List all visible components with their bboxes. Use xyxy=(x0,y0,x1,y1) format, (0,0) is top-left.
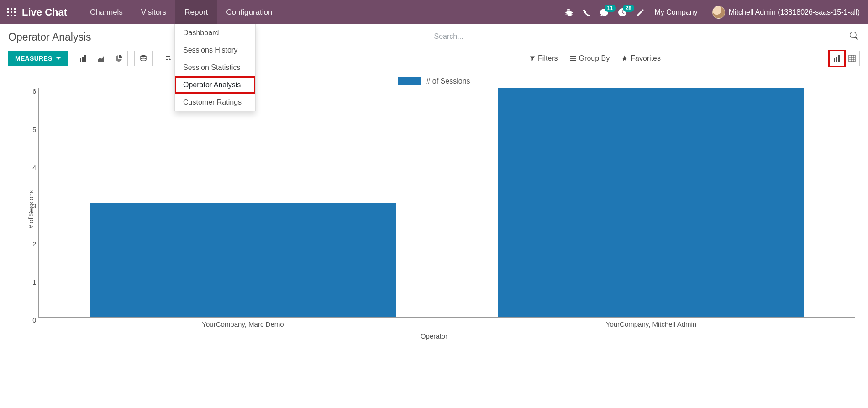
svg-rect-6 xyxy=(7,15,9,16)
sort-desc-icon xyxy=(164,55,172,62)
search-icon xyxy=(850,32,858,40)
y-tick: 0 xyxy=(26,317,36,324)
line-chart-button[interactable] xyxy=(92,51,110,66)
bug-icon[interactable] xyxy=(564,8,573,16)
pie-chart-button[interactable] xyxy=(110,51,128,66)
svg-rect-15 xyxy=(570,58,576,59)
stacked-button[interactable] xyxy=(134,51,153,66)
graph-view-icon xyxy=(833,55,841,62)
stacked-icon xyxy=(140,55,147,62)
measures-label: MEASURES xyxy=(15,55,53,62)
company-selector[interactable]: My Company xyxy=(655,8,698,16)
pivot-view-button[interactable] xyxy=(844,51,860,66)
pivot-view-icon xyxy=(848,55,856,62)
svg-point-13 xyxy=(141,55,146,57)
plot-inner: 0123456YourCompany, Marc DemoYourCompany… xyxy=(38,88,855,318)
x-tick: YourCompany, Mitchell Admin xyxy=(606,320,696,328)
x-tick: YourCompany, Marc Demo xyxy=(202,320,284,328)
svg-rect-16 xyxy=(570,60,576,61)
activities-badge: 28 xyxy=(623,5,634,12)
pie-chart-icon xyxy=(115,55,122,62)
apps-icon[interactable] xyxy=(5,8,18,16)
y-tick: 1 xyxy=(26,279,36,286)
messages-badge: 11 xyxy=(605,5,616,12)
chart-type-buttons xyxy=(74,51,181,66)
search-button[interactable] xyxy=(848,30,860,43)
nav-channels[interactable]: Channels xyxy=(81,0,132,24)
svg-rect-20 xyxy=(833,62,841,62)
chart-bar[interactable] xyxy=(90,203,396,318)
svg-rect-11 xyxy=(84,55,86,62)
measures-button[interactable]: MEASURES xyxy=(8,51,68,66)
nav-report[interactable]: Report xyxy=(175,0,217,24)
nav-visitors[interactable]: Visitors xyxy=(132,0,175,24)
favorites-button[interactable]: Favorites xyxy=(621,54,661,63)
y-tick: 6 xyxy=(26,88,36,95)
user-menu[interactable]: Mitchell Admin (13818026-saas-15-1-all) xyxy=(712,6,860,19)
groupby-button[interactable]: Group By xyxy=(570,54,610,63)
legend-swatch xyxy=(398,77,421,85)
report-dropdown: Dashboard Sessions History Session Stati… xyxy=(174,24,256,111)
svg-rect-7 xyxy=(11,15,12,16)
dropdown-sessions-history[interactable]: Sessions History xyxy=(175,42,255,59)
x-axis-label: Operator xyxy=(8,332,860,340)
chart-bar[interactable] xyxy=(498,88,805,317)
svg-rect-5 xyxy=(14,11,16,13)
svg-rect-21 xyxy=(849,55,855,62)
svg-rect-0 xyxy=(7,8,9,10)
nav-configuration[interactable]: Configuration xyxy=(217,0,281,24)
topbar: Live Chat Channels Visitors Report Confi… xyxy=(0,0,868,24)
svg-rect-2 xyxy=(14,8,16,10)
line-chart-icon xyxy=(97,55,105,62)
y-tick: 3 xyxy=(26,202,36,210)
y-tick: 2 xyxy=(26,240,36,248)
filters-button[interactable]: Filters xyxy=(530,54,558,63)
graph-view-button[interactable] xyxy=(829,51,845,66)
activities-icon[interactable]: 28 xyxy=(618,8,626,16)
messages-icon[interactable]: 11 xyxy=(600,8,608,16)
favorites-label: Favorites xyxy=(631,54,661,63)
svg-rect-17 xyxy=(834,58,835,62)
chart-plot: # of Sessions 0123456YourCompany, Marc D… xyxy=(28,88,855,330)
search-options: Filters Group By Favorites xyxy=(530,54,661,63)
view-switch xyxy=(830,51,860,66)
svg-rect-4 xyxy=(11,11,12,13)
y-tick: 4 xyxy=(26,164,36,171)
svg-rect-3 xyxy=(7,11,9,13)
phone-icon[interactable] xyxy=(583,9,590,16)
control-panel: Operator Analysis MEASURES Filters xyxy=(0,24,868,66)
svg-rect-19 xyxy=(838,55,840,62)
dropdown-session-statistics[interactable]: Session Statistics xyxy=(175,59,255,76)
search-input[interactable] xyxy=(434,32,848,41)
tools-icon[interactable] xyxy=(637,8,645,16)
search-bar[interactable] xyxy=(434,30,860,44)
legend-label: # of Sessions xyxy=(426,77,470,85)
svg-rect-8 xyxy=(14,15,16,16)
svg-rect-12 xyxy=(79,62,87,62)
dropdown-operator-analysis[interactable]: Operator Analysis xyxy=(175,76,255,94)
chart-legend: # of Sessions xyxy=(8,74,860,88)
avatar xyxy=(712,6,725,19)
svg-rect-14 xyxy=(570,56,576,57)
svg-rect-10 xyxy=(82,57,84,62)
filter-icon xyxy=(530,56,535,61)
caret-down-icon xyxy=(56,57,61,60)
bar-chart-button[interactable] xyxy=(74,51,92,66)
dropdown-dashboard[interactable]: Dashboard xyxy=(175,24,255,42)
filters-label: Filters xyxy=(538,54,558,63)
bar-chart-icon xyxy=(79,55,87,62)
groupby-label: Group By xyxy=(579,54,610,63)
star-icon xyxy=(621,55,628,62)
chart-area: # of Sessions # of Sessions 0123456YourC… xyxy=(0,74,868,340)
svg-rect-18 xyxy=(836,57,837,62)
y-tick: 5 xyxy=(26,126,36,133)
user-name: Mitchell Admin (13818026-saas-15-1-all) xyxy=(729,8,860,16)
systray: 11 28 My Company Mitchell Admin (1381802… xyxy=(564,6,864,19)
groupby-icon xyxy=(570,56,576,61)
dropdown-customer-ratings[interactable]: Customer Ratings xyxy=(175,94,255,111)
svg-rect-9 xyxy=(80,58,81,62)
app-brand[interactable]: Live Chat xyxy=(22,6,67,18)
svg-rect-1 xyxy=(11,8,12,10)
